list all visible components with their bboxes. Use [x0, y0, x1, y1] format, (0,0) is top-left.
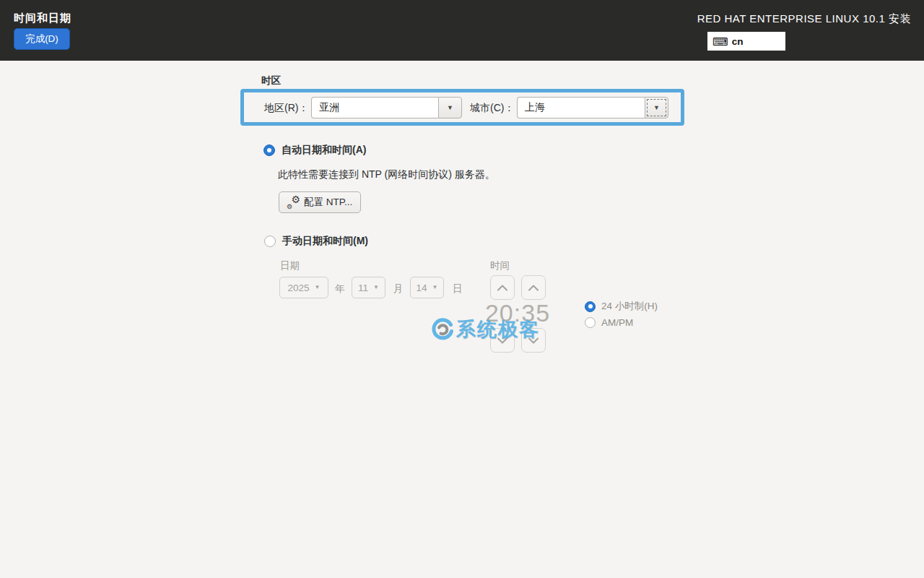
- manual-datetime-radio-row[interactable]: 手动日期和时间(M): [264, 235, 368, 248]
- month-suffix-label: 月: [393, 282, 404, 296]
- manual-datetime-radio[interactable]: [264, 236, 276, 247]
- hour-down-button: [490, 328, 515, 353]
- chevron-down-icon: ▼: [653, 105, 660, 111]
- chevron-up-icon: [497, 285, 508, 291]
- month-value: 11: [358, 282, 368, 293]
- region-combobox[interactable]: 亚洲 ▼: [311, 97, 462, 118]
- chevron-down-icon: ▼: [373, 285, 379, 290]
- chevron-down-icon: ▼: [432, 285, 438, 290]
- day-suffix-label: 日: [453, 282, 463, 296]
- format-ampm-radio-row: AM/PM: [585, 317, 633, 328]
- year-suffix-label: 年: [335, 282, 345, 296]
- keyboard-layout-label: cn: [732, 36, 744, 47]
- hour-up-button: [490, 275, 515, 300]
- chevron-down-icon: ▼: [447, 105, 453, 111]
- city-label: 城市(C)：: [470, 102, 514, 115]
- configure-ntp-button[interactable]: ⚙ ⚙ 配置 NTP...: [279, 191, 361, 213]
- day-select: 14 ▼: [410, 277, 444, 298]
- product-title: RED HAT ENTERPRISE LINUX 10.1 安装: [697, 12, 911, 26]
- chevron-down-icon: [497, 337, 508, 344]
- city-combobox-dropdown-button[interactable]: ▼: [645, 97, 668, 118]
- auto-datetime-radio-row[interactable]: 自动日期和时间(A): [263, 144, 366, 157]
- format-ampm-label: AM/PM: [601, 317, 633, 328]
- region-combobox-dropdown-button[interactable]: ▼: [438, 97, 462, 118]
- chevron-up-icon: [528, 285, 539, 291]
- month-select: 11 ▼: [352, 277, 385, 298]
- manual-datetime-label: 手动日期和时间(M): [282, 235, 368, 248]
- format-ampm-radio: [585, 317, 596, 328]
- year-select: 2025 ▼: [279, 277, 328, 298]
- minute-down-button: [521, 328, 546, 353]
- year-value: 2025: [288, 282, 310, 293]
- city-combobox-entry[interactable]: 上海: [517, 97, 645, 118]
- city-combobox[interactable]: 上海 ▼: [517, 97, 668, 118]
- time-label: 时间: [490, 259, 510, 272]
- chevron-down-icon: ▼: [315, 285, 321, 290]
- keyboard-icon: ⌨: [712, 36, 728, 47]
- configure-ntp-label: 配置 NTP...: [304, 196, 352, 209]
- format-24h-radio-row: 24 小时制(H): [585, 300, 658, 313]
- time-value-display: 20:35: [482, 299, 553, 327]
- minute-up-button: [521, 275, 546, 300]
- auto-datetime-label: 自动日期和时间(A): [282, 144, 366, 157]
- gears-icon: ⚙ ⚙: [287, 197, 300, 209]
- auto-datetime-radio[interactable]: [263, 144, 275, 156]
- region-label: 地区(R)：: [264, 102, 308, 115]
- ntp-requirement-note: 此特性需要连接到 NTP (网络时间协议) 服务器。: [278, 168, 495, 181]
- watermark-logo-icon: [430, 317, 455, 342]
- format-24h-radio: [585, 301, 596, 312]
- timezone-section-heading: 时区: [261, 74, 281, 87]
- chevron-down-icon: [528, 337, 539, 344]
- timezone-focus-box: 地区(R)： 亚洲 ▼ 城市(C)： 上海 ▼: [240, 89, 684, 126]
- day-value: 14: [417, 282, 427, 293]
- region-combobox-entry[interactable]: 亚洲: [311, 97, 438, 118]
- date-label: 日期: [280, 259, 300, 272]
- format-24h-label: 24 小时制(H): [601, 300, 658, 313]
- keyboard-layout-indicator[interactable]: ⌨ cn: [707, 32, 785, 51]
- header-bar: 时间和日期 完成(D) RED HAT ENTERPRISE LINUX 10.…: [0, 0, 924, 61]
- time-and-date-screen: 时间和日期 完成(D) RED HAT ENTERPRISE LINUX 10.…: [0, 0, 924, 578]
- done-button[interactable]: 完成(D): [14, 28, 70, 50]
- page-title: 时间和日期: [14, 12, 71, 25]
